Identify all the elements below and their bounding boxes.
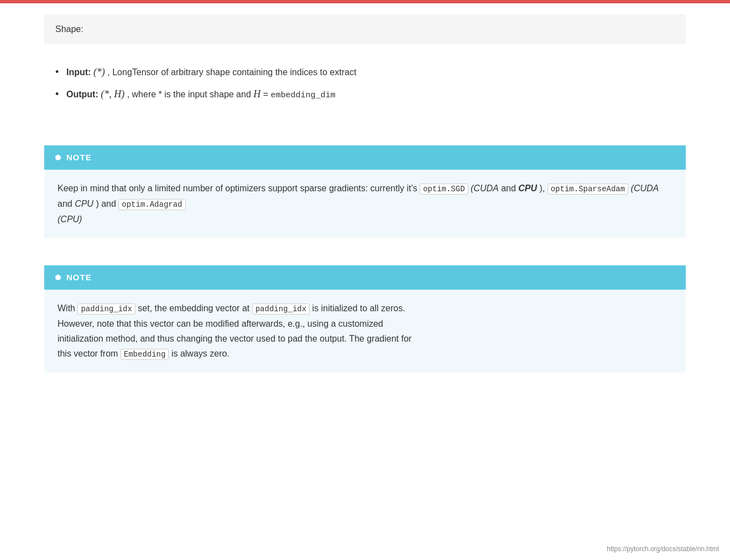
embedding-dim-text: embedding_dim: [271, 91, 336, 100]
note1-code2: optim.SparseAdam: [548, 184, 628, 195]
note-label-1: NOTE: [66, 151, 92, 164]
bottom-link: https://pytorch.org/docs/stable/nn.html: [607, 544, 719, 554]
note1-italic1: (CUDA: [471, 184, 499, 193]
list-item: Input: (*) , LongTensor of arbitrary sha…: [55, 64, 686, 80]
note-header-2: NOTE: [44, 265, 686, 290]
note1-cpu3: (CPU): [58, 214, 82, 224]
note2-code3: Embedding: [121, 349, 169, 360]
note2-text1: With: [58, 303, 77, 313]
spacer1: [44, 123, 686, 134]
note2-text6: this vector from: [58, 349, 121, 358]
note1-and1: and: [501, 184, 518, 193]
page-container: Shape: Input: (*) , LongTensor of arbitr…: [0, 0, 730, 560]
input-math: (*): [93, 66, 105, 77]
note-dot-2: [55, 275, 61, 280]
note1-and2: and: [58, 199, 75, 208]
note2-code1: padding_idx: [77, 303, 135, 315]
input-text: , LongTensor of arbitrary shape containi…: [107, 67, 356, 77]
note-label-2: NOTE: [66, 271, 92, 284]
note1-and3: ) and: [96, 199, 118, 208]
note1-cpu1: CPU: [518, 184, 537, 193]
note2-paragraph: With padding_idx set, the embedding vect…: [58, 301, 672, 362]
input-label: Input:: [66, 67, 91, 77]
note-body-2: With padding_idx set, the embedding vect…: [44, 290, 686, 373]
bullet-list: Input: (*) , LongTensor of arbitrary sha…: [44, 55, 686, 118]
output-label: Output:: [66, 90, 98, 99]
note2-text2: set, the embedding vector at: [138, 303, 252, 313]
note2-text3: is initialized to all zeros.: [312, 303, 405, 313]
content-area: Shape: Input: (*) , LongTensor of arbitr…: [0, 3, 730, 411]
output-where: , where: [127, 90, 159, 99]
note1-code1: optim.SGD: [420, 184, 468, 195]
note-dot-1: [55, 155, 61, 160]
note-section-1: NOTE Keep in mind that only a limited nu…: [44, 145, 686, 238]
note1-code3: optim.Adagrad: [118, 199, 185, 210]
note1-cpu2: CPU: [75, 199, 93, 208]
spacer3: [44, 254, 686, 265]
note-header-1: NOTE: [44, 145, 686, 170]
shape-title: Shape:: [55, 24, 84, 34]
note1-text1: Keep in mind that only a limited number …: [58, 184, 420, 193]
note1-italic2: (CUDA: [631, 184, 659, 193]
note2-text4: However, note that this vector can be mo…: [58, 319, 383, 328]
note1-paragraph: Keep in mind that only a limited number …: [58, 181, 672, 227]
note-body-1: Keep in mind that only a limited number …: [44, 170, 686, 238]
output-math: (*, H): [101, 88, 124, 100]
shape-section: Shape:: [44, 14, 686, 44]
equals-sign: =: [263, 90, 271, 99]
spacer2: [44, 134, 686, 145]
list-item: Output: (*, H) , where * is the input sh…: [55, 86, 686, 102]
note2-text5: initialization method, and thus changing…: [58, 334, 411, 343]
h-variable: H: [253, 88, 260, 100]
note-section-2: NOTE With padding_idx set, the embedding…: [44, 265, 686, 373]
note1-comma1: ),: [540, 184, 548, 193]
note2-text7: is always zero.: [171, 349, 230, 358]
star-text: * is the input shape and: [159, 90, 254, 99]
note2-code2: padding_idx: [252, 303, 310, 315]
